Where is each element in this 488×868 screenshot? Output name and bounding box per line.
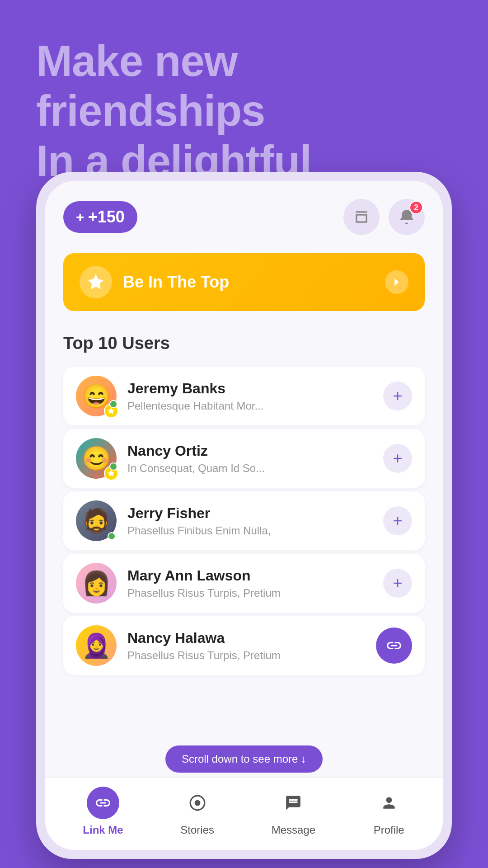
section-title: Top 10 Users	[63, 334, 425, 353]
app-content: + +150 2	[45, 181, 443, 736]
phone-frame: + +150 2	[36, 172, 452, 859]
user-name: Jeremy Banks	[127, 380, 372, 397]
nav-label-stories: Stories	[180, 824, 214, 836]
user-bio: Phasellus Finibus Enim Nulla,	[127, 524, 372, 537]
hero-line-1: Make new friendships	[36, 36, 452, 136]
user-info: Mary Ann LawsonPhasellus Risus Turpis, P…	[127, 567, 372, 599]
avatar-wrap: 🧕	[76, 625, 117, 666]
points-badge[interactable]: + +150	[63, 201, 137, 233]
user-item: 👩Mary Ann LawsonPhasellus Risus Turpis, …	[63, 554, 425, 613]
user-item: 🧕Nancy HalawaPhasellus Risus Turpis, Pre…	[63, 616, 425, 675]
svg-point-1	[194, 800, 200, 806]
user-bio: In Consequat, Quam Id So...	[127, 462, 372, 475]
banner-label: Be In The Top	[123, 273, 229, 292]
avatar-wrap: 👩	[76, 563, 117, 604]
user-name: Mary Ann Lawson	[127, 567, 372, 584]
add-friend-button[interactable]	[383, 382, 412, 410]
nav-label-profile: Profile	[374, 824, 404, 836]
user-item: 😄Jeremy BanksPellentesque Habitant Mor..…	[63, 367, 425, 425]
avatar-wrap: 😊	[76, 438, 117, 479]
phone-inner: + +150 2	[45, 181, 443, 850]
avatar-wrap: 🧔	[76, 500, 117, 541]
online-indicator	[108, 532, 116, 540]
add-friend-button[interactable]	[383, 569, 412, 598]
user-item: 🧔Jerry FisherPhasellus Finibus Enim Null…	[63, 491, 425, 550]
top-banner[interactable]: Be In The Top	[63, 253, 425, 311]
notification-button[interactable]: 2	[389, 199, 425, 235]
user-info: Jeremy BanksPellentesque Habitant Mor...	[127, 380, 372, 412]
nav-item-profile[interactable]: Profile	[373, 787, 405, 836]
user-bio: Phasellus Risus Turpis, Pretium	[127, 587, 372, 599]
avatar-wrap: 😄	[76, 376, 117, 416]
nav-item-stories[interactable]: Stories	[180, 787, 214, 836]
add-friend-button[interactable]	[383, 506, 412, 535]
online-indicator	[109, 462, 117, 471]
bottom-nav: Link MeStoriesMessageProfile	[45, 777, 443, 850]
plus-icon: +	[76, 209, 84, 226]
notification-badge: 2	[409, 201, 423, 214]
banner-arrow	[385, 270, 408, 294]
user-name: Nancy Ortiz	[127, 443, 372, 459]
nav-item-message[interactable]: Message	[272, 787, 315, 836]
nav-label-message: Message	[272, 824, 315, 836]
header-icons: 2	[343, 199, 425, 235]
add-friend-button[interactable]	[383, 444, 412, 473]
user-name: Jerry Fisher	[127, 505, 372, 522]
user-bio: Phasellus Risus Turpis, Pretium	[127, 649, 365, 662]
user-info: Jerry FisherPhasellus Finibus Enim Nulla…	[127, 505, 372, 537]
user-list: 😄Jeremy BanksPellentesque Habitant Mor..…	[63, 367, 425, 675]
banner-star-icon	[80, 266, 112, 298]
online-indicator	[109, 400, 117, 408]
nav-icon-profile	[373, 787, 405, 819]
nav-icon-stories	[181, 787, 214, 819]
scroll-hint-wrap: Scroll down to see more ↓	[45, 745, 443, 773]
user-info: Nancy HalawaPhasellus Risus Turpis, Pret…	[127, 630, 365, 662]
nav-label-link-me: Link Me	[83, 824, 123, 836]
header: + +150 2	[63, 199, 425, 235]
link-button[interactable]	[376, 627, 412, 664]
points-value: +150	[88, 208, 125, 226]
scroll-hint-button[interactable]: Scroll down to see more ↓	[165, 745, 323, 773]
avatar: 🧕	[76, 625, 117, 666]
user-bio: Pellentesque Habitant Mor...	[127, 400, 372, 412]
avatar: 👩	[76, 563, 117, 604]
nav-icon-link-me	[87, 787, 119, 819]
store-icon	[353, 208, 370, 226]
user-info: Nancy OrtizIn Consequat, Quam Id So...	[127, 443, 372, 475]
store-button[interactable]	[343, 199, 380, 235]
scroll-hint-text: Scroll down to see more ↓	[182, 753, 306, 765]
nav-item-link-me[interactable]: Link Me	[83, 787, 123, 836]
nav-icon-message	[277, 787, 310, 819]
user-item: 😊Nancy OrtizIn Consequat, Quam Id So...	[63, 429, 425, 488]
user-name: Nancy Halawa	[127, 630, 365, 646]
